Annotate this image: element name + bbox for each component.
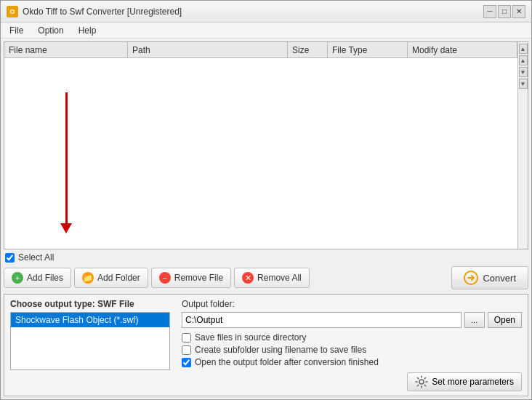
toolbar-buttons: + Add Files 📁 Add Folder − Remove File ✕…	[4, 265, 528, 291]
scroll-bottom-button[interactable]: ▼	[519, 79, 528, 89]
save-source-label: Save files in source directory	[195, 332, 306, 343]
remove-file-label: Remove File	[174, 273, 223, 283]
main-content: File name Path Size File Type Modify dat…	[1, 39, 531, 399]
open-after-row: Open the output folder after conversion …	[182, 357, 522, 367]
convert-label: Convert	[483, 273, 516, 284]
window-controls: ─ □ ✕	[483, 5, 525, 18]
add-files-icon: +	[12, 272, 23, 284]
remove-file-button[interactable]: − Remove File	[151, 268, 231, 288]
convert-icon	[464, 271, 478, 285]
select-all-row: Select All	[4, 252, 528, 263]
main-window: O Okdo Tiff to Swf Converter [Unregister…	[0, 0, 532, 400]
open-after-label: Open the output folder after conversion …	[195, 357, 379, 367]
menu-help[interactable]: Help	[73, 24, 102, 37]
title-bar-left: O Okdo Tiff to Swf Converter [Unregister…	[7, 6, 182, 17]
file-table: File name Path Size File Type Modify dat…	[4, 42, 517, 249]
add-files-button[interactable]: + Add Files	[4, 268, 71, 288]
col-header-size: Size	[288, 42, 328, 57]
add-folder-icon: 📁	[82, 272, 94, 284]
menu-bar: File Option Help	[1, 23, 531, 39]
select-all-checkbox[interactable]	[5, 253, 15, 263]
minimize-button[interactable]: ─	[483, 5, 496, 18]
create-subfolder-row: Create subfolder using filename to save …	[182, 345, 522, 355]
save-source-checkbox[interactable]	[182, 333, 191, 343]
save-source-row: Save files in source directory	[182, 332, 522, 343]
col-header-filename: File name	[4, 42, 128, 57]
svg-point-1	[419, 380, 424, 384]
set-params-button[interactable]: Set more parameters	[407, 372, 522, 391]
remove-file-icon: −	[159, 272, 171, 284]
scroll-top-button[interactable]: ▲	[519, 44, 528, 54]
title-bar: O Okdo Tiff to Swf Converter [Unregister…	[1, 1, 531, 23]
output-type-label: Choose output type: SWF File	[10, 299, 170, 309]
folder-path-input[interactable]	[182, 312, 462, 328]
scrollbar-right: ▲ ▲ ▼ ▼	[517, 42, 528, 249]
open-after-checkbox[interactable]	[182, 358, 191, 367]
remove-all-icon: ✕	[242, 272, 254, 284]
bottom-panel: Choose output type: SWF File Shockwave F…	[4, 294, 528, 396]
file-table-area: File name Path Size File Type Modify dat…	[4, 41, 528, 249]
scroll-up-button[interactable]: ▲	[519, 55, 528, 65]
output-type-list[interactable]: Shockwave Flash Object (*.swf)	[10, 312, 170, 370]
toolbar-wrapper: Select All + Add Files 📁 Add Folder − Re…	[4, 252, 528, 291]
add-files-label: Add Files	[27, 273, 63, 283]
output-type-name: SWF File	[97, 299, 134, 309]
folder-browse-button[interactable]: ...	[464, 312, 485, 328]
remove-all-button[interactable]: ✕ Remove All	[234, 268, 310, 288]
folder-row: ... Open	[182, 312, 522, 328]
create-subfolder-checkbox[interactable]	[182, 345, 191, 355]
settings-icon	[415, 375, 428, 388]
select-all-label: Select All	[18, 252, 54, 263]
close-button[interactable]: ✕	[512, 5, 525, 18]
add-folder-label: Add Folder	[97, 273, 140, 283]
output-folder-panel: Output folder: ... Open Save files in so…	[182, 299, 522, 391]
set-params-label: Set more parameters	[432, 377, 514, 387]
window-title: Okdo Tiff to Swf Converter [Unregistered…	[23, 7, 182, 17]
maximize-button[interactable]: □	[498, 5, 511, 18]
remove-all-label: Remove All	[257, 273, 302, 283]
col-header-filetype: File Type	[328, 42, 408, 57]
convert-button[interactable]: Convert	[451, 266, 528, 289]
col-header-path: Path	[128, 42, 288, 57]
table-header: File name Path Size File Type Modify dat…	[4, 42, 517, 58]
menu-file[interactable]: File	[4, 24, 29, 37]
create-subfolder-label: Create subfolder using filename to save …	[195, 345, 366, 355]
output-type-panel: Choose output type: SWF File Shockwave F…	[10, 299, 170, 391]
output-folder-label: Output folder:	[182, 299, 522, 309]
col-header-modifydate: Modify date	[408, 42, 517, 57]
menu-option[interactable]: Option	[32, 24, 69, 37]
folder-open-button[interactable]: Open	[488, 312, 522, 328]
app-icon: O	[7, 6, 18, 17]
output-type-item-swf[interactable]: Shockwave Flash Object (*.swf)	[11, 313, 169, 327]
scroll-down-button[interactable]: ▼	[519, 67, 528, 77]
add-folder-button[interactable]: 📁 Add Folder	[74, 268, 148, 288]
table-body	[4, 58, 517, 249]
